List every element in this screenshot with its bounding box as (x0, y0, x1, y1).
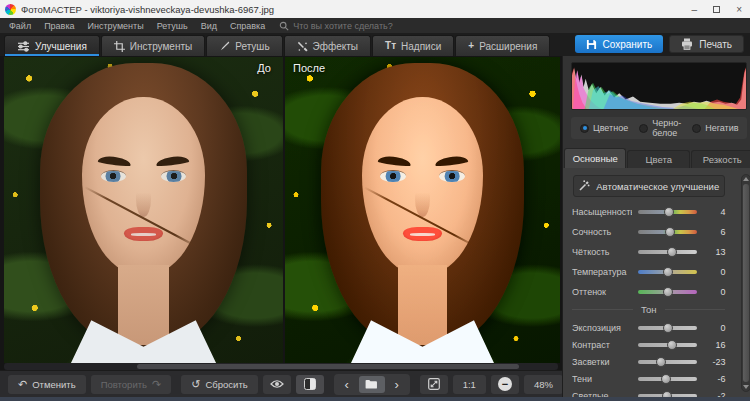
slider-value[interactable]: 6 (703, 227, 725, 237)
open-folder-button[interactable] (359, 376, 385, 393)
slider-track[interactable] (638, 394, 697, 397)
slider-label: Тени (572, 374, 632, 384)
slider-track[interactable] (638, 360, 697, 364)
slider-thumb[interactable] (663, 267, 673, 277)
portrait-neck (398, 265, 448, 345)
print-button[interactable]: Печать (669, 35, 744, 53)
slider-thumb[interactable] (663, 287, 673, 297)
split-view-button[interactable] (296, 375, 324, 394)
previous-file-button[interactable]: ‹ (337, 375, 357, 394)
menu-item-5[interactable]: Справка (230, 21, 265, 31)
panel-tab-bar: ОсновныеЦветаРезкость (563, 148, 750, 168)
actual-size-button[interactable]: 1:1 (453, 375, 486, 394)
slider-thumb[interactable] (664, 207, 674, 217)
color-mode-1[interactable]: Черно-белое (639, 118, 681, 138)
slider-track[interactable] (638, 270, 697, 274)
menu-item-3[interactable]: Ретушь (157, 21, 188, 31)
close-button[interactable]: × (736, 4, 742, 15)
slider-track[interactable] (638, 210, 697, 214)
save-button[interactable]: Сохранить (575, 35, 664, 53)
menu-item-2[interactable]: Инструменты (88, 21, 144, 31)
tab-label: Ретушь (235, 41, 269, 52)
slider-value[interactable]: 0 (703, 287, 725, 297)
slider-thumb[interactable] (663, 323, 673, 333)
slider-row: Экспозиция0 (572, 321, 725, 335)
slider-track[interactable] (638, 377, 697, 381)
file-navigation: ‹ › (334, 374, 410, 395)
zoom-out-button[interactable]: − (491, 375, 519, 394)
next-file-button[interactable]: › (387, 375, 407, 394)
panel-tab-1[interactable]: Цвета (627, 150, 689, 168)
crop-icon (114, 41, 125, 52)
slider-thumb[interactable] (667, 247, 677, 257)
redo-button[interactable]: Повторить ↷ (91, 375, 172, 394)
after-image[interactable]: После (285, 57, 560, 363)
slider-thumb[interactable] (667, 340, 677, 350)
before-image[interactable]: До (4, 57, 283, 363)
slider-row: Сочность6 (572, 224, 725, 240)
chevron-right-icon: › (395, 377, 399, 392)
tab-label: Инструменты (130, 41, 192, 52)
portrait-lips (403, 227, 442, 241)
slider-value[interactable]: 16 (703, 340, 725, 350)
slider-value[interactable]: -23 (703, 357, 725, 367)
color-mode-2[interactable]: Негатив (692, 123, 738, 133)
panel-scrollbar[interactable] (741, 174, 750, 392)
color-mode-0[interactable]: Цветное (580, 123, 628, 133)
tab-2[interactable]: Ретушь (206, 35, 282, 56)
slider-row: Тени-6 (572, 372, 725, 386)
slider-track[interactable] (638, 343, 697, 347)
color-mode-label: Цветное (593, 123, 628, 133)
slider-value[interactable]: 0 (703, 323, 725, 333)
portrait-iris (166, 170, 181, 182)
fit-to-screen-button[interactable] (420, 375, 448, 394)
command-search[interactable]: Что вы хотите сделать? (279, 21, 393, 31)
menu-item-1[interactable]: Правка (44, 21, 74, 31)
undo-label: Отменить (32, 379, 75, 390)
slider-track[interactable] (638, 290, 697, 294)
zoom-level[interactable]: 48% (524, 375, 563, 394)
slider-row: Контраст16 (572, 338, 725, 352)
panel-scrollbar-thumb[interactable] (743, 184, 749, 382)
slider-value[interactable]: -6 (703, 374, 725, 384)
menu-item-0[interactable]: Файл (9, 21, 31, 31)
menu-item-4[interactable]: Вид (201, 21, 217, 31)
show-original-button[interactable] (263, 375, 291, 394)
radio-icon (580, 124, 589, 133)
slider-value[interactable]: 13 (703, 247, 725, 257)
tab-4[interactable]: TтНадписи (372, 35, 454, 56)
horizontal-scrollbar[interactable] (4, 363, 558, 370)
slider-track[interactable] (638, 326, 697, 330)
tone-section-header: Тон (572, 304, 725, 315)
slider-thumb[interactable] (662, 391, 672, 397)
reset-button[interactable]: ↺ Сбросить (181, 375, 257, 394)
slider-value[interactable]: 4 (703, 207, 725, 217)
tab-3[interactable]: Эффекты (284, 35, 371, 56)
slider-value[interactable]: -2 (703, 391, 725, 397)
slider-track[interactable] (638, 230, 697, 234)
photomaster-window: ФотоМАСТЕР - viktoriya-vishneveckaya-dev… (0, 0, 750, 401)
slider-thumb[interactable] (661, 374, 671, 384)
tab-1[interactable]: Инструменты (101, 35, 205, 56)
maximize-button[interactable] (713, 6, 720, 13)
minimize-button[interactable]: – (692, 4, 698, 15)
tab-5[interactable]: +Расширения (455, 35, 550, 56)
scroll-down-icon[interactable] (743, 385, 749, 389)
sliders-icon (17, 41, 30, 52)
portrait-neck (118, 265, 168, 345)
panel-tab-0[interactable]: Основные (564, 148, 626, 168)
histogram-chart (572, 63, 746, 109)
auto-improve-button[interactable]: Автоматическое улучшение (573, 175, 725, 197)
scroll-up-icon[interactable] (743, 177, 749, 181)
search-placeholder: Что вы хотите сделать? (293, 21, 393, 31)
panel-tab-2[interactable]: Резкость (691, 150, 750, 168)
horizontal-scrollbar-thumb[interactable] (137, 364, 519, 369)
slider-thumb[interactable] (656, 357, 666, 367)
slider-thumb[interactable] (665, 227, 675, 237)
undo-button[interactable]: ↶ Отменить (8, 375, 86, 394)
slider-track[interactable] (638, 250, 697, 254)
slider-value[interactable]: 0 (703, 267, 725, 277)
undo-icon: ↶ (18, 379, 27, 390)
tab-0[interactable]: Улучшения (4, 35, 100, 56)
portrait-face (82, 97, 205, 274)
